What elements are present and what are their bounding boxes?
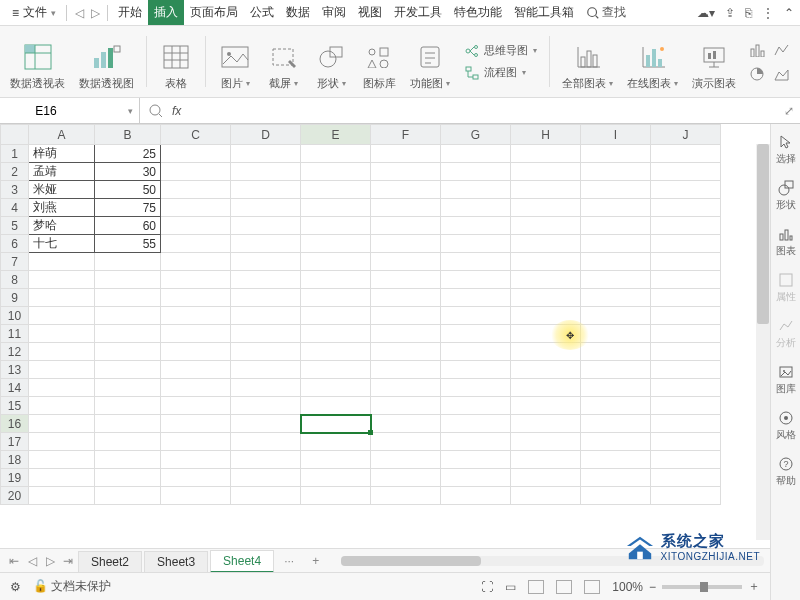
cloud-sync-icon[interactable]: ☁▾ <box>697 6 715 20</box>
row-header-15[interactable]: 15 <box>1 397 29 415</box>
cell-F8[interactable] <box>371 271 441 289</box>
cell-B13[interactable] <box>95 361 161 379</box>
export-icon[interactable]: ⎘ <box>745 6 752 20</box>
cell-E7[interactable] <box>301 253 371 271</box>
side-help[interactable]: ?帮助 <box>776 456 796 488</box>
row-header-6[interactable]: 6 <box>1 235 29 253</box>
row-header-5[interactable]: 5 <box>1 217 29 235</box>
cell-J16[interactable] <box>651 415 721 433</box>
cell-F12[interactable] <box>371 343 441 361</box>
cell-J19[interactable] <box>651 469 721 487</box>
cell-I9[interactable] <box>581 289 651 307</box>
tab-smarttools[interactable]: 智能工具箱 <box>508 0 580 25</box>
cell-B4[interactable]: 75 <box>95 199 161 217</box>
cell-I1[interactable] <box>581 145 651 163</box>
cell-J15[interactable] <box>651 397 721 415</box>
cell-C13[interactable] <box>161 361 231 379</box>
zoom-level[interactable]: 100% <box>612 580 643 594</box>
mini-pie-icon[interactable] <box>750 67 766 81</box>
zoom-out[interactable]: − <box>649 580 656 594</box>
tab-insert[interactable]: 插入 <box>148 0 184 25</box>
funcchart-button[interactable]: 功能图 <box>406 30 454 93</box>
row-header-18[interactable]: 18 <box>1 451 29 469</box>
cell-C3[interactable] <box>161 181 231 199</box>
cell-C7[interactable] <box>161 253 231 271</box>
cell-H4[interactable] <box>511 199 581 217</box>
cell-F14[interactable] <box>371 379 441 397</box>
cell-B7[interactable] <box>95 253 161 271</box>
column-header-E[interactable]: E <box>301 125 371 145</box>
cell-B15[interactable] <box>95 397 161 415</box>
cell-D18[interactable] <box>231 451 301 469</box>
cell-H9[interactable] <box>511 289 581 307</box>
cell-D6[interactable] <box>231 235 301 253</box>
cell-J11[interactable] <box>651 325 721 343</box>
cell-D5[interactable] <box>231 217 301 235</box>
row-header-11[interactable]: 11 <box>1 325 29 343</box>
column-header-B[interactable]: B <box>95 125 161 145</box>
column-header-F[interactable]: F <box>371 125 441 145</box>
cell-E4[interactable] <box>301 199 371 217</box>
iconlib-button[interactable]: 图标库 <box>358 30 400 93</box>
cell-C10[interactable] <box>161 307 231 325</box>
sheet-more[interactable]: ··· <box>276 554 302 568</box>
cell-E2[interactable] <box>301 163 371 181</box>
cell-J2[interactable] <box>651 163 721 181</box>
tab-start[interactable]: 开始 <box>112 0 148 25</box>
cell-D3[interactable] <box>231 181 301 199</box>
cell-B1[interactable]: 25 <box>95 145 161 163</box>
name-box[interactable]: ▾ <box>0 98 140 123</box>
cell-G5[interactable] <box>441 217 511 235</box>
cell-C12[interactable] <box>161 343 231 361</box>
cell-B19[interactable] <box>95 469 161 487</box>
cell-H3[interactable] <box>511 181 581 199</box>
cell-B6[interactable]: 55 <box>95 235 161 253</box>
settings-icon[interactable]: ⚙ <box>10 580 21 594</box>
cell-F18[interactable] <box>371 451 441 469</box>
cell-F5[interactable] <box>371 217 441 235</box>
cell-H6[interactable] <box>511 235 581 253</box>
cell-J4[interactable] <box>651 199 721 217</box>
cell-F16[interactable] <box>371 415 441 433</box>
row-header-14[interactable]: 14 <box>1 379 29 397</box>
sheet-tab[interactable]: Sheet2 <box>78 551 142 572</box>
cell-D13[interactable] <box>231 361 301 379</box>
cell-H15[interactable] <box>511 397 581 415</box>
cell-J5[interactable] <box>651 217 721 235</box>
cell-H16[interactable] <box>511 415 581 433</box>
cell-A18[interactable] <box>29 451 95 469</box>
shapes-button[interactable]: 形状 <box>310 30 352 93</box>
cell-G2[interactable] <box>441 163 511 181</box>
cell-J3[interactable] <box>651 181 721 199</box>
cell-F10[interactable] <box>371 307 441 325</box>
cell-I14[interactable] <box>581 379 651 397</box>
cell-A8[interactable] <box>29 271 95 289</box>
cell-G7[interactable] <box>441 253 511 271</box>
cell-J20[interactable] <box>651 487 721 505</box>
cell-E1[interactable] <box>301 145 371 163</box>
cell-A16[interactable] <box>29 415 95 433</box>
allcharts-button[interactable]: 全部图表 <box>558 30 617 93</box>
side-style[interactable]: 风格 <box>776 410 796 442</box>
cell-J10[interactable] <box>651 307 721 325</box>
vertical-scrollbar[interactable] <box>756 144 770 540</box>
onlinechart-button[interactable]: 在线图表 <box>623 30 682 93</box>
tab-first[interactable]: ⇤ <box>6 554 22 568</box>
focus-mode-icon[interactable]: ⛶ <box>481 580 493 594</box>
cell-A13[interactable] <box>29 361 95 379</box>
cell-J14[interactable] <box>651 379 721 397</box>
search-button[interactable]: 查找 <box>586 4 626 21</box>
cell-I15[interactable] <box>581 397 651 415</box>
cell-J1[interactable] <box>651 145 721 163</box>
cell-C16[interactable] <box>161 415 231 433</box>
cell-B16[interactable] <box>95 415 161 433</box>
cell-reference-input[interactable] <box>6 104 86 118</box>
flowchart-button[interactable]: 流程图 <box>464 65 537 81</box>
scrollbar-thumb[interactable] <box>341 556 481 566</box>
cell-C17[interactable] <box>161 433 231 451</box>
cell-C18[interactable] <box>161 451 231 469</box>
cell-C15[interactable] <box>161 397 231 415</box>
cell-I12[interactable] <box>581 343 651 361</box>
cell-G14[interactable] <box>441 379 511 397</box>
cell-G15[interactable] <box>441 397 511 415</box>
